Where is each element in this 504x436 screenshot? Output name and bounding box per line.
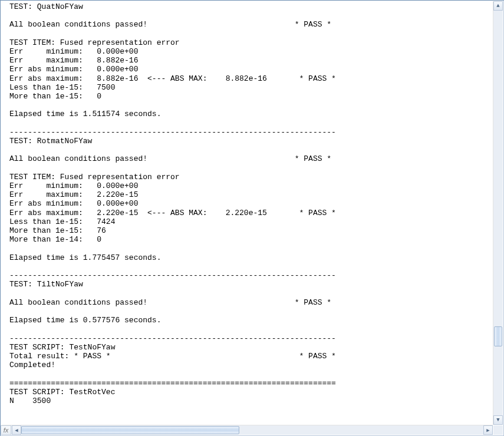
- scroll-up-arrow-icon[interactable]: ▲: [493, 1, 503, 11]
- fx-button[interactable]: fx: [1, 425, 11, 435]
- scroll-right-arrow-icon[interactable]: ▶: [483, 425, 493, 435]
- console-window: TEST: QuatNoFYaw All boolean conditions …: [0, 0, 504, 436]
- horizontal-scroll-thumb[interactable]: [21, 426, 239, 434]
- vertical-scroll-thumb[interactable]: [494, 326, 502, 346]
- scroll-down-arrow-icon[interactable]: ▼: [493, 415, 503, 425]
- vertical-scrollbar[interactable]: ▲ ▼: [493, 1, 503, 425]
- horizontal-scrollbar[interactable]: fx ◀ ▶: [1, 425, 493, 435]
- scroll-left-arrow-icon[interactable]: ◀: [12, 425, 21, 435]
- console-output: TEST: QuatNoFYaw All boolean conditions …: [1, 1, 493, 407]
- scroll-corner: [493, 425, 503, 435]
- console-viewport: TEST: QuatNoFYaw All boolean conditions …: [1, 1, 493, 425]
